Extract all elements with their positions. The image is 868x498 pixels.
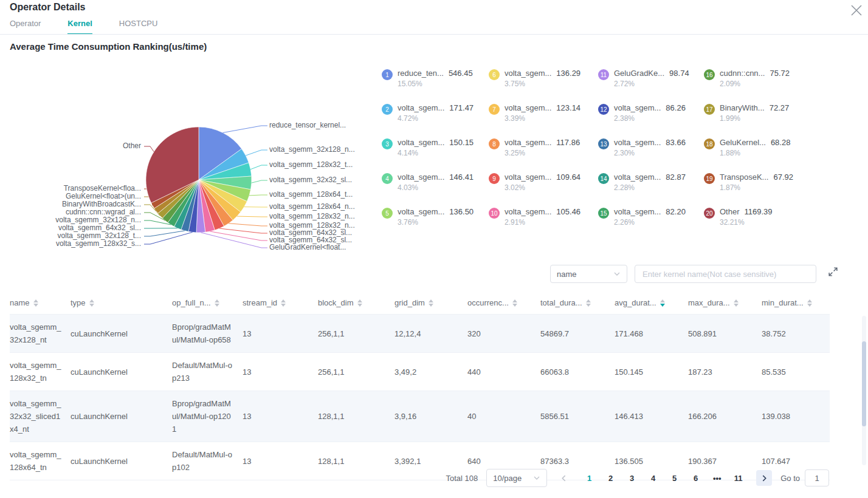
legend-value: 546.45 xyxy=(449,69,473,78)
legend-item-19[interactable]: 19TransposeK...67.921.87% xyxy=(704,172,808,192)
column-header-max-dura-[interactable]: max_dura... xyxy=(688,293,762,315)
legend-kernel-name: volta_sgem... xyxy=(614,207,661,216)
legend-item-13[interactable]: 13volta_sgem...83.662.30% xyxy=(598,138,703,157)
legend-item-16[interactable]: 16cudnn::cnn...75.722.09% xyxy=(704,69,808,88)
legend-percent: 2.26% xyxy=(614,218,686,227)
prev-page-button[interactable] xyxy=(556,470,571,486)
tab-kernel[interactable]: Kernel xyxy=(67,19,92,35)
column-header-avg-durat-[interactable]: avg_durat... xyxy=(615,293,688,315)
page-number-1[interactable]: 1 xyxy=(580,474,599,483)
table-row[interactable]: volta_sgemm_32x128_ntcuLaunchKernelBprop… xyxy=(10,315,830,353)
legend-item-11[interactable]: 11GeluGradKe...98.742.72% xyxy=(598,69,703,88)
total-count: Total 108 xyxy=(446,474,478,483)
sort-caret-icon[interactable] xyxy=(281,299,286,307)
pie-callout-label: TransposeKernel<floa... xyxy=(0,184,141,193)
legend-item-3[interactable]: 3volta_sgem...150.154.14% xyxy=(382,138,486,157)
legend-item-5[interactable]: 5volta_sgem...136.503.76% xyxy=(382,207,486,227)
column-header-total-dura-[interactable]: total_dura... xyxy=(540,293,615,315)
pie-callout-label: GeluKernel<float>(un... xyxy=(0,192,141,200)
legend-percent: 32.21% xyxy=(720,218,773,227)
sort-caret-icon[interactable] xyxy=(215,299,219,307)
legend-item-17[interactable]: 17BinaryWith...72.271.99% xyxy=(704,103,808,123)
legend-item-18[interactable]: 18GeluKernel...68.281.88% xyxy=(704,138,808,157)
table-cell: 128,1,1 xyxy=(318,442,394,480)
pie-callout-label: volta_sgemm_128x32_n... xyxy=(269,212,355,220)
legend-rank-badge: 3 xyxy=(382,138,393,149)
sort-caret-icon[interactable] xyxy=(429,299,433,307)
legend-kernel-name: volta_sgem... xyxy=(614,138,661,147)
column-header-type[interactable]: type xyxy=(71,293,172,315)
page-number-11[interactable]: 11 xyxy=(729,474,748,483)
legend-item-15[interactable]: 15volta_sgem...82.202.26% xyxy=(598,207,703,227)
fullscreen-button[interactable] xyxy=(828,267,839,278)
pie-callout-label: volta_sgemm_32x128_t... xyxy=(0,231,141,240)
table-cell: 320 xyxy=(467,315,540,353)
sort-caret-icon[interactable] xyxy=(33,299,38,307)
table-row[interactable]: volta_sgemm_128x32_tncuLaunchKernelDefau… xyxy=(10,353,830,391)
sort-caret-icon[interactable] xyxy=(586,299,591,307)
legend-kernel-name: reduce_ten... xyxy=(398,69,444,78)
legend-item-4[interactable]: 4volta_sgem...146.414.03% xyxy=(382,172,486,192)
page-title: Operator Details xyxy=(10,2,85,13)
table-cell: 256,1,1 xyxy=(318,315,394,353)
goto-page-input[interactable] xyxy=(805,469,829,486)
legend-item-12[interactable]: 12volta_sgem...86.262.38% xyxy=(598,103,703,123)
page-number-5[interactable]: 5 xyxy=(665,474,684,483)
pie-callout-label: cudnn::cnn::wgrad_al... xyxy=(0,208,141,216)
legend-item-6[interactable]: 6volta_sgem...136.293.75% xyxy=(489,69,593,88)
legend-kernel-name: volta_sgem... xyxy=(614,103,661,112)
legend-item-14[interactable]: 14volta_sgem...82.872.28% xyxy=(598,172,703,192)
table-row[interactable]: volta_sgemm_32x32_sliced1x4_ntcuLaunchKe… xyxy=(10,391,830,442)
sort-caret-icon[interactable] xyxy=(512,299,517,307)
legend-item-1[interactable]: 1reduce_ten...546.4515.05% xyxy=(382,69,486,88)
page-number-2[interactable]: 2 xyxy=(601,474,620,483)
legend-kernel-name: Other xyxy=(720,207,740,216)
page-number-3[interactable]: 3 xyxy=(622,474,641,483)
legend-kernel-name: volta_sgem... xyxy=(505,103,551,112)
sort-caret-icon[interactable] xyxy=(89,299,94,307)
legend-item-10[interactable]: 10volta_sgem...105.462.91% xyxy=(489,207,593,227)
sort-caret-icon[interactable] xyxy=(734,299,739,307)
column-header-grid-dim[interactable]: grid_dim xyxy=(394,293,467,315)
table-cell: 187.23 xyxy=(688,353,762,391)
legend-item-9[interactable]: 9volta_sgem...109.643.02% xyxy=(489,172,593,192)
sort-caret-icon[interactable] xyxy=(357,299,362,307)
next-page-button[interactable] xyxy=(756,470,772,486)
table-scrollbar-thumb[interactable] xyxy=(862,341,866,426)
sort-caret-icon[interactable] xyxy=(807,299,812,307)
page-size-select[interactable]: 10/page xyxy=(486,469,547,487)
table-scrollbar-track[interactable] xyxy=(862,316,866,465)
column-header-occurrenc-[interactable]: occurrenc... xyxy=(467,293,540,315)
close-button[interactable] xyxy=(849,2,864,18)
legend-value: 67.92 xyxy=(773,172,793,182)
legend-item-2[interactable]: 2volta_sgem...171.474.72% xyxy=(382,103,486,123)
legend-value: 82.87 xyxy=(666,172,686,182)
legend-percent: 3.02% xyxy=(505,183,580,192)
column-header-name[interactable]: name xyxy=(10,293,71,315)
legend-percent: 2.91% xyxy=(505,218,580,227)
legend-item-7[interactable]: 7volta_sgem...123.143.39% xyxy=(489,103,593,123)
column-header-stream-id[interactable]: stream_id xyxy=(243,293,318,315)
column-label: stream_id xyxy=(243,298,277,307)
legend-percent: 3.39% xyxy=(505,114,580,123)
column-header-op-full-n-[interactable]: op_full_n... xyxy=(172,293,243,315)
filter-field-select[interactable]: name xyxy=(550,265,627,283)
legend-item-8[interactable]: 8volta_sgem...117.863.25% xyxy=(489,138,593,157)
column-header-min-durat-[interactable]: min_durat... xyxy=(762,293,830,315)
page-ellipsis[interactable]: ••• xyxy=(708,474,726,483)
legend-percent: 4.72% xyxy=(398,114,474,123)
kernel-search-input[interactable] xyxy=(635,265,816,283)
page-number-4[interactable]: 4 xyxy=(644,474,663,483)
table-cell: volta_sgemm_32x32_sliced1x4_nt xyxy=(10,391,71,442)
table-cell: 13 xyxy=(243,442,318,480)
pie-chart: reduce_tensor_kernel...volta_sgemm_32x12… xyxy=(0,55,377,264)
column-header-block-dim[interactable]: block_dim xyxy=(318,293,394,315)
legend-item-20[interactable]: 20Other1169.3932.21% xyxy=(704,207,808,227)
tab-operator[interactable]: Operator xyxy=(10,19,41,35)
legend-value: 83.66 xyxy=(666,138,686,147)
sort-caret-icon[interactable] xyxy=(660,299,665,307)
legend-rank-badge: 16 xyxy=(704,69,715,80)
legend-kernel-name: volta_sgem... xyxy=(505,207,551,216)
tab-hostcpu[interactable]: HOSTCPU xyxy=(119,19,158,35)
page-number-6[interactable]: 6 xyxy=(686,474,705,483)
